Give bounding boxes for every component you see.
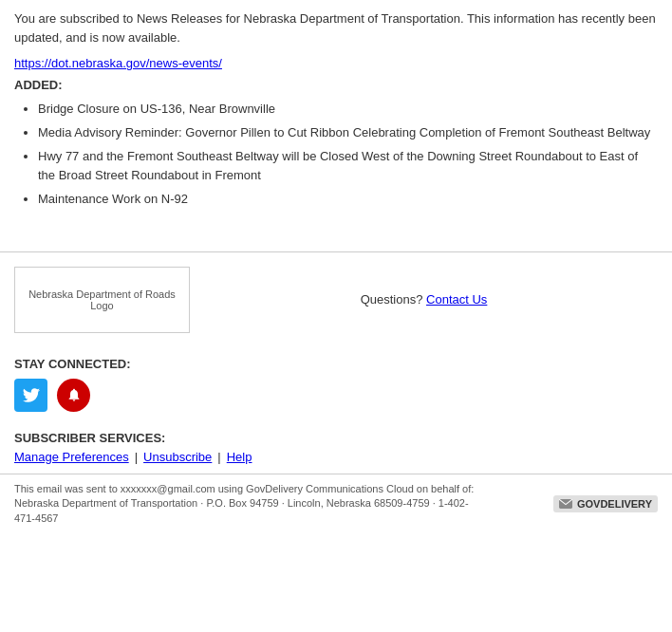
main-content: You are subscribed to News Releases for …: [0, 0, 672, 232]
questions-section: Questions? Contact Us: [190, 292, 658, 307]
questions-text: Questions?: [361, 292, 423, 307]
unsubscribe-link[interactable]: Unsubscribe: [143, 450, 212, 464]
link-section: https://dot.nebraska.gov/news-events/: [14, 56, 658, 70]
list-item: Media Advisory Reminder: Governor Pillen…: [38, 123, 658, 143]
list-item: Hwy 77 and the Fremont Southeast Beltway…: [38, 147, 658, 187]
list-item: Maintenance Work on N-92: [38, 190, 658, 210]
govdelivery-text: GOVDELIVERY: [577, 498, 652, 510]
logo-alt-text: Nebraska Department of Roads Logo: [25, 288, 179, 311]
news-list: Bridge Closure on US-136, Near Brownvill…: [38, 100, 658, 210]
contact-us-link[interactable]: Contact Us: [426, 292, 487, 307]
notification-bell-icon[interactable]: [57, 379, 90, 412]
news-link[interactable]: https://dot.nebraska.gov/news-events/: [14, 56, 222, 70]
separator-2: |: [217, 450, 220, 464]
footer-disclaimer: This email was sent to xxxxxxx@gmail.com…: [14, 482, 489, 526]
govdelivery-badge: GOVDELIVERY: [553, 495, 658, 512]
logo-box: Nebraska Department of Roads Logo: [14, 267, 190, 333]
separator-1: |: [135, 450, 138, 464]
subscriber-links-row: Manage Preferences | Unsubscribe | Help: [14, 450, 658, 464]
footer-top: Nebraska Department of Roads Logo Questi…: [0, 252, 672, 347]
help-link[interactable]: Help: [227, 450, 252, 464]
stay-connected-label: STAY CONNECTED:: [14, 357, 658, 371]
footer-bottom: This email was sent to xxxxxxx@gmail.com…: [0, 474, 672, 533]
intro-paragraph: You are subscribed to News Releases for …: [14, 9, 658, 46]
twitter-icon[interactable]: [14, 379, 47, 412]
stay-connected-section: STAY CONNECTED:: [0, 347, 672, 426]
subscriber-services-section: SUBSCRIBER SERVICES: Manage Preferences …: [0, 426, 672, 474]
subscriber-services-label: SUBSCRIBER SERVICES:: [14, 431, 658, 445]
list-item: Bridge Closure on US-136, Near Brownvill…: [38, 100, 658, 120]
social-icons-row: [14, 379, 658, 412]
added-label: ADDED:: [14, 78, 658, 92]
manage-preferences-link[interactable]: Manage Preferences: [14, 450, 129, 464]
